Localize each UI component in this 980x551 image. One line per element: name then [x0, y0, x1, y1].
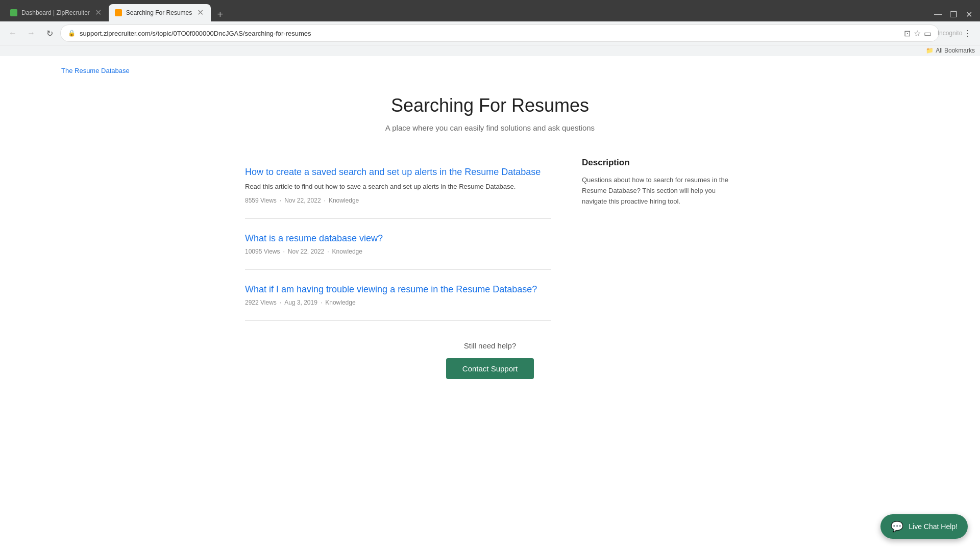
navigation-bar: ← → ↻ 🔒 support.ziprecruiter.com/s/topic…: [0, 21, 980, 45]
article-title[interactable]: How to create a saved search and set up …: [245, 167, 551, 178]
sidebar-title: Description: [582, 158, 735, 168]
tab-dashboard[interactable]: Dashboard | ZipRecruiter ✕: [4, 4, 109, 21]
dot-separator: ·: [283, 248, 285, 255]
article-item: How to create a saved search and set up …: [245, 153, 551, 219]
page-title: Searching For Resumes: [61, 95, 919, 116]
articles-list: How to create a saved search and set up …: [245, 153, 551, 321]
dot-separator: ·: [321, 299, 322, 306]
side-panel-icon[interactable]: ▭: [924, 29, 932, 38]
still-need-help-section: Still need help? Contact Support: [0, 321, 980, 389]
article-item: What is a resume database view? 10095 Vi…: [245, 219, 551, 270]
picture-in-picture-icon: ⊡: [904, 29, 911, 38]
tab-searching[interactable]: Searching For Resumes ✕: [109, 4, 211, 21]
article-category: Knowledge: [325, 299, 355, 306]
sidebar-description: Questions about how to search for resume…: [582, 175, 735, 207]
sidebar-description-section: Description Questions about how to searc…: [582, 158, 735, 207]
minimize-button[interactable]: —: [931, 7, 945, 21]
contact-support-button[interactable]: Contact Support: [446, 358, 534, 379]
article-meta: 10095 Views · Nov 22, 2022 · Knowledge: [245, 248, 551, 255]
tab-dashboard-close[interactable]: ✕: [94, 8, 103, 18]
dashboard-favicon: [10, 9, 17, 16]
article-title[interactable]: What if I am having trouble viewing a re…: [245, 284, 551, 295]
article-date: Nov 22, 2022: [288, 248, 324, 255]
article-item: What if I am having trouble viewing a re…: [245, 270, 551, 321]
maximize-button[interactable]: ❐: [946, 7, 961, 21]
article-excerpt: Read this article to find out how to sav…: [245, 182, 551, 192]
page-content: The Resume Database Searching For Resume…: [0, 56, 980, 515]
tab-searching-close[interactable]: ✕: [196, 8, 205, 18]
address-actions: ⊡ ☆ ▭: [904, 29, 932, 38]
article-views: 8559 Views: [245, 197, 277, 204]
dot-separator: ·: [327, 248, 329, 255]
close-button[interactable]: ✕: [962, 7, 976, 21]
bookmark-star-icon[interactable]: ☆: [914, 29, 921, 38]
content-area: How to create a saved search and set up …: [184, 153, 796, 321]
address-bar[interactable]: 🔒 support.ziprecruiter.com/s/topic/0TO0f…: [60, 24, 939, 42]
forward-button[interactable]: →: [23, 26, 39, 41]
breadcrumb-link[interactable]: The Resume Database: [61, 67, 130, 74]
article-category: Knowledge: [332, 248, 362, 255]
sidebar: Description Questions about how to searc…: [582, 153, 735, 321]
article-meta: 2922 Views · Aug 3, 2019 · Knowledge: [245, 299, 551, 306]
page-subtitle: A place where you can easily find soluti…: [61, 123, 919, 132]
url-text: support.ziprecruiter.com/s/topic/0TO0f00…: [80, 30, 900, 37]
back-button[interactable]: ←: [5, 26, 20, 41]
dot-separator: ·: [280, 299, 281, 306]
article-title[interactable]: What is a resume database view?: [245, 233, 551, 244]
bookmarks-folder-icon: 📁: [926, 47, 934, 54]
tab-searching-label: Searching For Resumes: [126, 9, 192, 16]
browser-chrome: Dashboard | ZipRecruiter ✕ Searching For…: [0, 0, 980, 56]
refresh-button[interactable]: ↻: [42, 26, 57, 41]
window-controls: — ❐ ✕: [927, 7, 980, 21]
article-category: Knowledge: [329, 197, 359, 204]
menu-button[interactable]: ⋮: [960, 26, 975, 41]
tab-dashboard-label: Dashboard | ZipRecruiter: [21, 9, 90, 16]
article-date: Nov 22, 2022: [284, 197, 321, 204]
breadcrumb: The Resume Database: [0, 56, 980, 80]
article-date: Aug 3, 2019: [284, 299, 317, 306]
article-meta: 8559 Views · Nov 22, 2022 · Knowledge: [245, 197, 551, 204]
incognito-label: Incognito: [942, 26, 958, 41]
bookmarks-bar: 📁 All Bookmarks: [0, 45, 980, 56]
lock-icon: 🔒: [68, 30, 76, 37]
live-chat-widget[interactable]: 💬 Live Chat Help!: [880, 514, 968, 515]
article-views: 10095 Views: [245, 248, 280, 255]
new-tab-button[interactable]: +: [213, 7, 227, 21]
dot-separator: ·: [324, 197, 326, 204]
nav-extras: Incognito ⋮: [942, 26, 975, 41]
all-bookmarks-label[interactable]: All Bookmarks: [936, 47, 975, 54]
page-hero: Searching For Resumes A place where you …: [0, 80, 980, 153]
article-views: 2922 Views: [245, 299, 277, 306]
searching-favicon: [115, 9, 122, 16]
dot-separator: ·: [280, 197, 281, 204]
still-need-help-text: Still need help?: [61, 341, 919, 350]
